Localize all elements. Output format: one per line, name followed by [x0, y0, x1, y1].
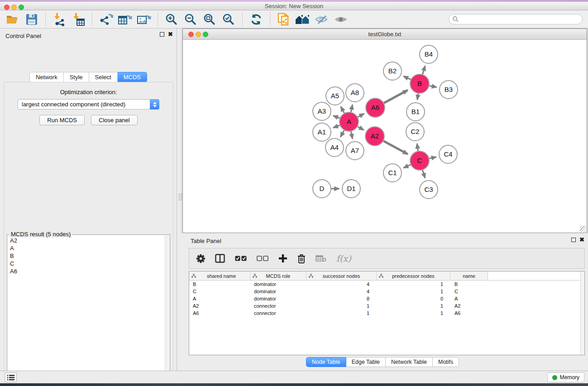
graph-node-B[interactable]: B	[410, 74, 429, 93]
delete-column-button[interactable]	[297, 254, 306, 263]
close-panel-icon[interactable]: ✖	[168, 32, 173, 37]
graph-node-A5[interactable]: A5	[326, 87, 344, 105]
result-item[interactable]: A2	[8, 237, 164, 244]
graph-node-B1[interactable]: B1	[406, 103, 425, 121]
cell[interactable]: dominator	[250, 296, 306, 301]
network-canvas[interactable]: B4B2BB3A5A8A6A3B1AA1C2A2A4A7C4CC1DD1C3	[183, 40, 587, 233]
table-row[interactable]: A2 connector 1 1 A2	[189, 302, 584, 310]
cell[interactable]: 8	[306, 296, 377, 301]
cell[interactable]: 4	[306, 281, 377, 287]
cell[interactable]: dominator	[250, 289, 306, 294]
result-item[interactable]: A	[8, 244, 164, 252]
float-table-panel-icon[interactable]	[571, 238, 576, 242]
cell[interactable]: C	[450, 289, 488, 294]
graph-node-B2[interactable]: B2	[383, 62, 402, 80]
cell[interactable]: 1	[377, 289, 450, 294]
cell[interactable]: A2	[450, 303, 488, 309]
cell[interactable]: connector	[250, 303, 306, 309]
network-window-titlebar[interactable]: testGlobe.txt	[183, 29, 587, 40]
run-mcds-button[interactable]: Run MCDS	[39, 115, 85, 125]
import-table-button[interactable]	[70, 12, 86, 27]
cell[interactable]: A6	[450, 310, 488, 316]
column-header-successor-nodes[interactable]: successor nodes	[306, 272, 377, 280]
cell[interactable]: A	[450, 296, 488, 301]
cell[interactable]: A	[189, 296, 250, 301]
panel-divider-grip[interactable]	[179, 194, 182, 200]
open-session-button[interactable]	[5, 12, 21, 27]
table-row[interactable]: C dominator 4 1 C	[189, 288, 584, 295]
cell[interactable]: C	[189, 289, 250, 294]
duplicate-network-button[interactable]	[276, 12, 292, 27]
close-table-panel-icon[interactable]: ✖	[579, 238, 584, 242]
graph-node-C[interactable]: C	[410, 151, 429, 170]
graph-node-C3[interactable]: C3	[420, 181, 438, 199]
graph-node-A1[interactable]: A1	[313, 123, 331, 141]
graph-node-A[interactable]: A	[339, 112, 359, 131]
export-table-button[interactable]	[117, 12, 133, 27]
graph-node-B4[interactable]: B4	[420, 45, 438, 63]
graph-node-A8[interactable]: A8	[346, 84, 364, 102]
column-header-predecessor-nodes[interactable]: predecessor nodes	[377, 272, 450, 280]
tab-network-table[interactable]: Network Table	[386, 357, 433, 367]
graph-node-C4[interactable]: C4	[439, 145, 457, 163]
cell[interactable]: connector	[250, 310, 306, 316]
cell[interactable]: B	[450, 281, 488, 287]
criterion-dropdown[interactable]: largest connected component (directed)	[18, 99, 159, 110]
graph-node-D[interactable]: D	[313, 180, 331, 198]
zoom-in-button[interactable]	[163, 12, 180, 27]
tab-node-table[interactable]: Node Table	[306, 357, 346, 367]
delete-table-button[interactable]	[316, 255, 326, 262]
table-settings-button[interactable]	[196, 254, 205, 263]
cell[interactable]: 1	[377, 310, 450, 316]
task-history-button[interactable]	[5, 372, 17, 382]
graph-node-C2[interactable]: C2	[406, 123, 424, 141]
tab-select[interactable]: Select	[89, 72, 118, 82]
cell[interactable]: 1	[306, 310, 377, 316]
table-row[interactable]: A6 connector 1 1 A6	[189, 310, 584, 317]
cell[interactable]: 4	[306, 289, 377, 294]
search-input[interactable]	[449, 14, 583, 24]
graph-node-A7[interactable]: A7	[346, 142, 364, 160]
graph-node-D1[interactable]: D1	[342, 180, 360, 198]
tab-mcds[interactable]: MCDS	[118, 72, 147, 82]
select-all-button[interactable]	[235, 256, 247, 261]
cell[interactable]: A2	[189, 303, 250, 309]
tab-network[interactable]: Network	[29, 72, 64, 82]
home-button[interactable]	[295, 12, 311, 27]
graph-node-A6[interactable]: A6	[366, 98, 385, 117]
function-builder-button[interactable]: f(x)	[336, 253, 351, 263]
result-item[interactable]: A6	[8, 267, 164, 275]
graph-node-A3[interactable]: A3	[313, 102, 331, 120]
import-network-button[interactable]	[51, 12, 67, 27]
result-list-scrollbar[interactable]	[165, 235, 169, 386]
hide-details-button[interactable]	[314, 12, 330, 27]
tab-motifs[interactable]: Motifs	[433, 357, 459, 367]
add-column-button[interactable]	[278, 254, 287, 263]
graph-node-B3[interactable]: B3	[440, 81, 458, 99]
zoom-out-button[interactable]	[182, 12, 199, 27]
column-header-shared-name[interactable]: shared name	[189, 272, 250, 280]
export-network-button[interactable]	[98, 12, 114, 27]
deselect-all-button[interactable]	[257, 256, 268, 261]
table-scrollbar[interactable]	[580, 272, 584, 355]
result-item[interactable]: B	[8, 252, 164, 260]
close-panel-button[interactable]: Close panel	[91, 115, 138, 125]
zoom-selected-button[interactable]	[220, 12, 237, 27]
table-row[interactable]: B dominator 4 1 B	[189, 281, 584, 288]
result-item[interactable]: C	[8, 260, 164, 267]
cell[interactable]: A6	[189, 310, 250, 316]
column-view-button[interactable]	[215, 254, 225, 263]
tab-style[interactable]: Style	[64, 72, 89, 82]
zoom-fit-button[interactable]	[201, 12, 218, 27]
graph-node-A2[interactable]: A2	[365, 127, 384, 146]
cell[interactable]: B	[189, 281, 250, 287]
cell[interactable]: 1	[377, 281, 450, 287]
memory-button[interactable]: Memory	[547, 372, 584, 382]
graph-node-C1[interactable]: C1	[383, 164, 402, 182]
refresh-view-button[interactable]	[248, 12, 264, 27]
cell[interactable]: 1	[306, 303, 377, 309]
show-details-button[interactable]	[333, 12, 349, 27]
column-header-name[interactable]: name	[450, 272, 488, 280]
cell[interactable]: 0	[377, 296, 450, 301]
column-header-mcds-role[interactable]: MCDS role	[250, 272, 306, 280]
